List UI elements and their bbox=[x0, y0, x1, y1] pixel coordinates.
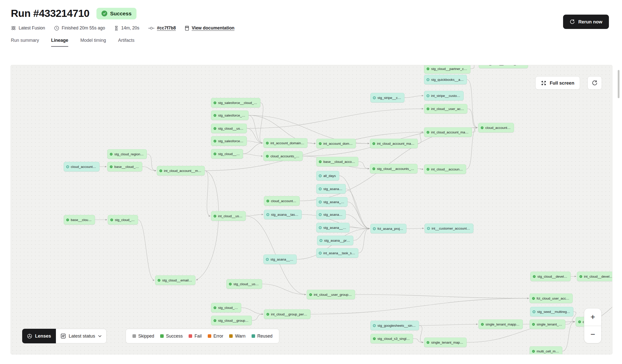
graph-node[interactable]: stg_asana__… bbox=[263, 254, 297, 264]
node-label: multi_cell_m… bbox=[537, 349, 559, 353]
graph-node[interactable]: stg_cloud__us… bbox=[226, 279, 262, 289]
success-status-icon bbox=[309, 293, 312, 296]
rerun-now-label: Rerun now bbox=[578, 19, 602, 25]
lineage-edge bbox=[413, 339, 423, 342]
graph-node[interactable]: stg_cloud__group… bbox=[211, 316, 252, 325]
graph-node[interactable]: cloud_account… bbox=[478, 123, 514, 132]
graph-node[interactable]: stg_asana… bbox=[316, 184, 346, 194]
graph-node[interactable]: int_cloud__accoun… bbox=[424, 164, 466, 174]
lenses-bar: Lenses Latest status bbox=[22, 329, 107, 343]
graph-node[interactable]: cloud_account… bbox=[64, 162, 99, 171]
success-status-icon bbox=[372, 167, 375, 170]
legend-item-skipped: Skipped bbox=[132, 334, 154, 339]
graph-node[interactable]: int_account_dom… bbox=[316, 139, 356, 148]
graph-node[interactable]: stg_cloud_s3_singl… bbox=[370, 334, 413, 343]
lens-selector[interactable]: Latest status bbox=[56, 329, 107, 343]
graph-node[interactable]: int_cloud__us… bbox=[211, 211, 246, 221]
graph-node[interactable]: int_cloud_account_ma… bbox=[370, 139, 418, 148]
reused-status-icon bbox=[319, 201, 322, 203]
graph-node[interactable]: base__cloud_… bbox=[107, 162, 142, 171]
success-status-icon bbox=[579, 275, 582, 278]
graph-node[interactable]: fct_cloud_user_acc… bbox=[530, 294, 573, 303]
graph-node[interactable]: base__cloud_acco… bbox=[316, 157, 358, 166]
graph-node[interactable]: stg_salesforce… bbox=[211, 136, 247, 146]
lineage-edge bbox=[205, 171, 210, 216]
graph-node[interactable]: int_cloud_account__m… bbox=[157, 166, 205, 175]
warn-swatch bbox=[229, 334, 233, 338]
node-label: cloud_account… bbox=[71, 165, 96, 169]
graph-node[interactable]: single_tenant_map… bbox=[424, 338, 467, 347]
rerun-now-button[interactable]: Rerun now bbox=[563, 15, 609, 29]
graph-node[interactable]: stg_quickbooks__a… bbox=[424, 75, 467, 84]
refresh-canvas-button[interactable] bbox=[588, 76, 602, 90]
success-status-icon bbox=[532, 297, 535, 300]
graph-node[interactable]: single_tenant_… bbox=[530, 319, 565, 329]
reused-status-icon bbox=[319, 174, 322, 177]
graph-node[interactable]: int_cloud__devel… bbox=[577, 272, 612, 281]
graph-node[interactable]: cloud_accounts_… bbox=[263, 151, 303, 161]
graph-node[interactable]: stg_asana__pr… bbox=[317, 236, 353, 245]
graph-node[interactable]: stg_googlesheets__sin… bbox=[370, 321, 419, 330]
aperture-icon bbox=[27, 334, 32, 339]
graph-node[interactable]: int_cloud__group_per… bbox=[264, 309, 310, 319]
zoom-in-button[interactable]: + bbox=[584, 308, 601, 326]
lineage-edge bbox=[467, 80, 477, 128]
graph-node[interactable]: stg_asana__… bbox=[316, 223, 350, 232]
lenses-button[interactable]: Lenses bbox=[22, 329, 56, 343]
lineage-canvas[interactable]: stg_cloud__partner_c…int_cloud__partner_… bbox=[11, 65, 612, 354]
graph-node[interactable]: stg_cloud__us… bbox=[211, 124, 247, 133]
legend-label: Success bbox=[166, 334, 183, 339]
graph-node[interactable]: int_asana__task_s… bbox=[316, 248, 358, 258]
node-label: stg_asana__pr… bbox=[324, 239, 350, 242]
graph-node[interactable]: single_tenant_mapp… bbox=[478, 319, 523, 329]
tab-run-summary[interactable]: Run summary bbox=[11, 38, 39, 47]
zoom-out-button[interactable]: − bbox=[584, 326, 601, 343]
graph-node[interactable]: int__customer_account… bbox=[425, 224, 473, 233]
graph-node[interactable]: int_stripe__custo… bbox=[424, 91, 464, 100]
tab-lineage[interactable]: Lineage bbox=[51, 38, 68, 47]
graph-node[interactable]: stg_asana… bbox=[316, 210, 346, 219]
graph-node[interactable]: stg_cloud_region… bbox=[107, 149, 147, 159]
clock-icon bbox=[54, 26, 59, 31]
tab-model-timing[interactable]: Model timing bbox=[80, 38, 106, 47]
tab-artifacts[interactable]: Artifacts bbox=[118, 38, 134, 47]
graph-node[interactable]: int_cloud__partner_con… bbox=[479, 65, 528, 68]
graph-node[interactable]: stg_cloud__devel… bbox=[530, 272, 571, 281]
graph-node[interactable]: stg_cloud__email… bbox=[155, 275, 195, 285]
node-label: base__cloud_… bbox=[114, 165, 139, 169]
commit-link[interactable]: #cc7f7b8 bbox=[157, 25, 176, 31]
graph-node[interactable]: stg_salesforce_… bbox=[211, 111, 249, 120]
graph-node[interactable]: stg_stripe__c… bbox=[370, 93, 404, 102]
graph-node[interactable]: int_cloud__user_group… bbox=[307, 290, 355, 299]
legend-item-success: Success bbox=[160, 334, 183, 339]
graph-node[interactable]: stg_cloud__… bbox=[211, 149, 243, 159]
node-label: all_days bbox=[323, 174, 336, 178]
graph-node[interactable]: int_cloud__user_ac… bbox=[424, 104, 467, 114]
graph-node[interactable]: fct_asana_proj… bbox=[370, 224, 406, 233]
graph-node[interactable]: stg_asana__tas… bbox=[264, 210, 302, 219]
graph-node[interactable]: stg_cloud__accounts_… bbox=[370, 164, 418, 173]
full-screen-button[interactable]: Full screen bbox=[535, 76, 580, 90]
reused-status-icon bbox=[373, 96, 376, 99]
graph-node[interactable]: stg_cloud__partner_c… bbox=[424, 65, 470, 74]
graph-node[interactable]: stg_cloud_… bbox=[211, 303, 241, 312]
success-status-icon bbox=[427, 131, 429, 134]
chevron-down-icon bbox=[98, 335, 101, 337]
graph-node[interactable]: multi_cell_m… bbox=[530, 346, 562, 354]
activity-chart-icon bbox=[61, 334, 66, 339]
graph-node[interactable]: stg_cloud_… bbox=[108, 215, 138, 225]
graph-node[interactable]: int_cloud_account_ma… bbox=[424, 127, 472, 137]
node-label: stg_cloud_… bbox=[218, 306, 238, 310]
graph-node[interactable]: int_account_domain… bbox=[263, 138, 307, 148]
success-status-icon bbox=[110, 165, 113, 168]
graph-node[interactable]: stg_asana_… bbox=[316, 197, 348, 207]
view-documentation-link[interactable]: View documentation bbox=[192, 25, 234, 31]
graph-node[interactable]: stg_seed__multireg… bbox=[530, 307, 573, 316]
graph-node[interactable]: stg_salesforce__cloud_… bbox=[211, 98, 260, 107]
success-status-icon bbox=[159, 169, 162, 172]
graph-node[interactable]: all_days bbox=[316, 171, 339, 180]
graph-node[interactable]: cloud_account… bbox=[264, 196, 300, 206]
graph-node[interactable]: base__clou… bbox=[64, 215, 95, 225]
node-label: int_cloud__us… bbox=[218, 214, 243, 218]
page-scrollbar-thumb[interactable] bbox=[618, 70, 619, 98]
